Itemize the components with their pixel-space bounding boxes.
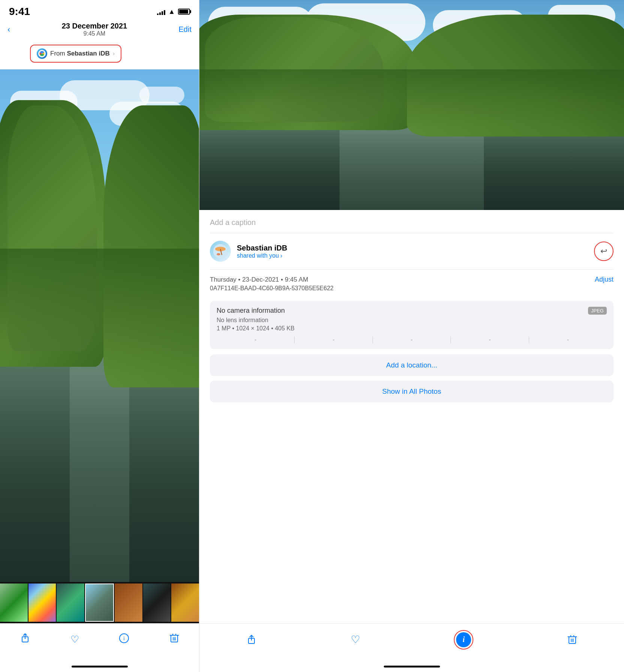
trash-icon-right (567, 634, 577, 645)
left-panel: 9:41 ▲ ‹ 23 December 2021 9:45 AM Edit (0, 0, 199, 672)
contact-avatar (210, 241, 231, 262)
signal-icon (157, 8, 165, 15)
canopy-overlay (0, 249, 199, 377)
favorite-button-left[interactable]: ♡ (70, 634, 79, 645)
shared-from-row: Sebastian iDB shared with you › ↩ (210, 233, 614, 270)
header-time: 9:45 AM (62, 30, 127, 37)
spec-dash-1: - (217, 336, 294, 343)
info-button-left[interactable]: i (119, 633, 129, 646)
home-indicator-right (199, 661, 624, 672)
signal-bar-4 (164, 10, 165, 15)
nature-photo-left (0, 69, 199, 582)
shared-badge-text: From Sebastian iDB (50, 50, 110, 57)
thumbnail-1[interactable] (0, 584, 28, 622)
spec-dash-4: - (451, 336, 528, 343)
shared-with-you-link[interactable]: shared with you › (237, 252, 287, 259)
meta-row: Thursday • 23-Dec-2021 • 9:45 AM Adjust … (210, 270, 614, 301)
add-location-button[interactable]: Add a location... (210, 354, 614, 376)
favorite-button-right[interactable]: ♡ (351, 633, 360, 646)
thumbnail-4[interactable] (85, 584, 114, 622)
show-all-photos-button[interactable]: Show in All Photos (210, 381, 614, 402)
info-icon-filled: i (456, 632, 471, 647)
status-bar-left: 9:41 ▲ (0, 0, 199, 20)
shared-from-badge[interactable]: From Sebastian iDB › (30, 45, 121, 63)
cloud-4 (139, 87, 184, 104)
home-bar-left (72, 666, 128, 668)
thumbnail-strip (0, 582, 199, 623)
camera-info-box: No camera information JPEG No lens infor… (210, 301, 614, 349)
photos-icon (37, 48, 47, 59)
format-badge: JPEG (588, 307, 607, 315)
contact-info: Sebastian iDB shared with you › (237, 244, 287, 259)
signal-bar-3 (162, 11, 163, 15)
caption-area[interactable]: Add a caption (210, 210, 614, 233)
reply-icon: ↩ (600, 246, 607, 256)
shared-subtitle-chevron: › (280, 252, 282, 259)
lens-info: No lens information (217, 317, 607, 324)
trash-icon (169, 633, 179, 646)
reply-button[interactable]: ↩ (594, 242, 614, 261)
camera-top-row: No camera information JPEG (217, 307, 607, 315)
battery-icon (178, 9, 190, 15)
meta-date-row: Thursday • 23-Dec-2021 • 9:45 AM Adjust (210, 276, 614, 284)
delete-button-right[interactable] (567, 634, 577, 645)
signal-bar-2 (159, 12, 161, 15)
info-icon-circled: i (454, 630, 473, 650)
thumbnail-3[interactable] (57, 584, 84, 622)
info-section: Add a caption Sebastian iDB sh (199, 210, 624, 623)
right-panel: Add a caption Sebastian iDB sh (199, 0, 624, 672)
thumbnail-2[interactable] (28, 584, 56, 622)
canopy-overlay-right (199, 69, 624, 128)
svg-text:i: i (123, 636, 125, 641)
wifi-icon: ▲ (168, 8, 175, 16)
photo-specs: 1 MP • 1024 × 1024 • 405 KB (217, 325, 607, 332)
header-center: 23 December 2021 9:45 AM (62, 22, 127, 37)
header-date: 23 December 2021 (62, 22, 127, 30)
add-location-label: Add a location... (386, 361, 437, 369)
toolbar-left: ♡ i (0, 623, 199, 661)
nav-header: ‹ 23 December 2021 9:45 AM Edit (0, 20, 199, 40)
signal-bar-1 (157, 14, 159, 15)
info-icon: i (119, 633, 129, 646)
meta-id: 0A7F114E-BAAD-4C60-9B9A-5370B5E5E622 (210, 284, 614, 298)
show-all-photos-label: Show in All Photos (382, 387, 441, 395)
shared-badge-chevron-icon: › (113, 50, 115, 57)
status-icons: ▲ (157, 8, 190, 16)
heart-icon: ♡ (70, 634, 79, 645)
specs-divider-row: - - - - - (217, 336, 607, 343)
contact-name: Sebastian iDB (237, 244, 287, 252)
back-button[interactable]: ‹ (7, 25, 10, 34)
shared-from-prefix: From (50, 50, 67, 57)
photo-area-right (199, 0, 624, 210)
caption-placeholder[interactable]: Add a caption (210, 218, 256, 226)
svg-point-14 (217, 253, 220, 255)
edit-button[interactable]: Edit (179, 25, 192, 34)
shared-from-name: Sebastian iDB (67, 50, 109, 57)
info-button-right[interactable]: i (454, 630, 473, 650)
status-time: 9:41 (9, 6, 30, 18)
share-icon-right (246, 634, 257, 645)
home-indicator-left (0, 661, 199, 672)
photo-area-left (0, 69, 199, 582)
adjust-button[interactable]: Adjust (595, 276, 614, 284)
share-button-left[interactable] (20, 633, 30, 646)
share-icon (20, 633, 30, 646)
share-button-right[interactable] (246, 634, 257, 645)
thumbnail-6[interactable] (143, 584, 171, 622)
toolbar-right: ♡ i (199, 623, 624, 661)
heart-icon-right: ♡ (351, 633, 360, 646)
nature-photo-right (199, 0, 624, 210)
no-camera-label: No camera information (217, 307, 285, 315)
spec-dash-5: - (529, 336, 607, 343)
thumbnail-5[interactable] (115, 584, 142, 622)
spec-dash-3: - (373, 336, 450, 343)
thumbnail-7[interactable] (171, 584, 199, 622)
battery-fill (179, 10, 188, 14)
info-letter: i (462, 635, 465, 644)
shared-subtitle-text: shared with you (237, 252, 279, 259)
spec-dash-2: - (295, 336, 372, 343)
delete-button-left[interactable] (169, 633, 179, 646)
shared-from-left: Sebastian iDB shared with you › (210, 241, 287, 262)
meta-date-label: Thursday • 23-Dec-2021 • 9:45 AM (210, 276, 308, 284)
home-bar-right (384, 666, 440, 668)
